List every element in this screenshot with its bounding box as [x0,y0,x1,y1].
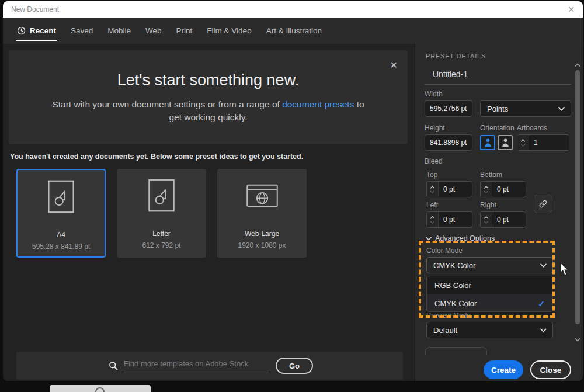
empty-state-text: You haven't created any documents yet. B… [10,152,303,161]
height-label: Height [425,124,445,132]
stepper-arrows[interactable] [427,182,439,197]
height-input[interactable]: 841.8898 pt [425,134,472,151]
chevron-down-icon [426,237,432,241]
search-input[interactable]: Find more templates on Adobe Stock [124,359,269,372]
preset-card-letter[interactable]: Letter 612 x 792 pt [117,169,206,258]
units-select[interactable]: Points [480,100,571,117]
chevron-up-icon [484,216,489,219]
title-bar: New Document ✕ [3,1,583,18]
bleed-link-values-button[interactable] [534,195,552,213]
bleed-left-value: 0 pt [439,216,455,224]
chevron-down-icon [540,328,552,332]
go-button[interactable]: Go [276,358,313,374]
preset-card-web-large[interactable]: Web-Large 1920 x 1080 px [217,169,307,258]
tab-label: Film & Video [207,26,251,35]
tab-web[interactable]: Web [145,18,162,44]
window-title: New Document [11,5,59,13]
menu-item-label: RGB Color [434,281,471,290]
tab-label: Saved [71,26,93,35]
tab-print[interactable]: Print [176,18,193,44]
scrollbar-up-arrow[interactable] [575,63,580,67]
banner-subtitle: Start with your own document settings or… [45,98,372,124]
preset-name: Web-Large [245,230,279,238]
bleed-top-input[interactable]: 0 pt [426,181,472,197]
stepper-arrows[interactable] [427,212,439,227]
main-panel: ✕ Let's start something new. Start with … [3,44,415,381]
preview-mode-select[interactable]: Default [426,322,553,338]
artboards-stepper[interactable]: 1 [517,134,569,151]
adobe-stock-search-bar: Find more templates on Adobe Stock Go [16,352,403,380]
stepper-arrows[interactable] [481,212,492,227]
advanced-options-label: Advanced Options [435,234,495,242]
background-window-fragment [50,385,151,392]
close-button[interactable]: Close [530,360,571,379]
preset-card-a4[interactable]: A4 595.28 x 841.89 pt [16,169,106,258]
window-close-icon[interactable]: ✕ [568,5,575,14]
color-mode-value: CMYK Color [427,261,475,270]
tab-label: Recent [30,26,56,35]
chevron-down-icon [484,221,489,224]
tab-saved[interactable]: Saved [70,18,93,44]
width-label: Width [425,90,443,98]
bleed-right-value: 0 pt [492,216,509,224]
bleed-bottom-value: 0 pt [492,185,509,193]
tab-label: Mobile [107,26,131,35]
menu-item-label: CMYK Color [434,299,477,308]
create-button[interactable]: Create [484,360,523,379]
stepper-arrows[interactable] [481,182,492,197]
menu-item-rgb-color[interactable]: RGB Color [427,276,552,294]
background-fragment-glyph [95,387,105,392]
divider [425,84,571,85]
chevron-up-icon [484,186,489,189]
landscape-person-icon [501,138,510,147]
preset-name: A4 [57,231,65,239]
color-mode-select[interactable]: CMYK Color [426,257,553,273]
chevron-down-icon [430,190,435,193]
color-mode-dropdown-menu: RGB Color CMYK Color ✓ [426,276,553,312]
bleed-bottom-input[interactable]: 0 pt [480,181,526,197]
chevron-up-icon [520,139,526,142]
scrollbar-thumb[interactable] [575,70,580,324]
units-value: Points [481,105,508,113]
menu-item-cmyk-color[interactable]: CMYK Color ✓ [427,294,552,312]
bleed-left-input[interactable]: 0 pt [426,211,472,228]
width-value: 595.2756 pt [425,105,467,113]
chevron-down-icon [484,190,489,193]
document-name-input[interactable]: Untitled-1 [433,70,468,79]
stepper-arrows[interactable] [517,135,529,150]
scrollbar-down-arrow[interactable] [575,338,580,342]
chevron-down-icon [558,107,571,111]
tab-bar: Recent Saved Mobile Web Print Film & Vid… [3,18,583,44]
bleed-left-label: Left [426,201,438,209]
height-value: 841.8898 pt [425,138,467,147]
clipped-button-outline[interactable] [425,347,487,355]
search-icon [109,361,118,370]
banner-close-icon[interactable]: ✕ [390,60,398,71]
orientation-portrait-button[interactable] [480,135,495,150]
advanced-options-toggle[interactable]: Advanced Options [426,234,495,242]
artboards-label: Artboards [517,124,547,132]
tab-film-video[interactable]: Film & Video [206,18,252,44]
chevron-up-icon [430,216,435,219]
orientation-landscape-button[interactable] [498,135,513,150]
preset-dimensions: 595.28 x 841.89 pt [32,242,90,251]
preview-mode-value: Default [427,326,457,335]
tab-mobile[interactable]: Mobile [107,18,131,44]
print-document-icon [148,179,175,212]
tab-label: Web [145,26,162,35]
preset-dimensions: 612 x 792 pt [142,241,180,249]
bleed-right-label: Right [480,201,496,209]
bleed-label: Bleed [425,157,443,165]
print-document-icon [48,180,74,213]
tab-art-illustration[interactable]: Art & Illustration [266,18,322,44]
bleed-top-label: Top [426,171,437,179]
bleed-right-input[interactable]: 0 pt [480,211,526,228]
tab-label: Art & Illustration [266,26,322,35]
tab-label: Print [176,26,193,35]
document-presets-link[interactable]: document presets [282,99,354,109]
width-input[interactable]: 595.2756 pt [425,100,472,117]
chevron-down-icon [430,221,435,224]
banner-heading: Let's start something new. [9,71,408,89]
tab-recent[interactable]: Recent [16,18,57,44]
chevron-down-icon [520,144,526,147]
